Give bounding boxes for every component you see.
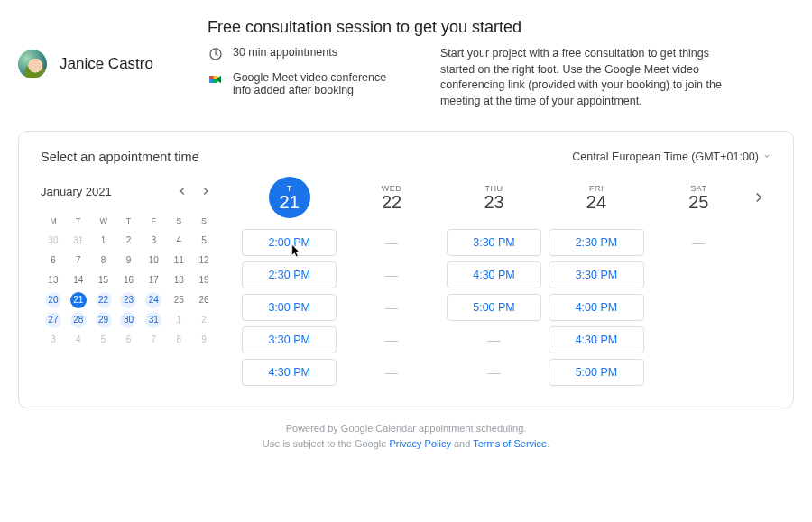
next-days-button[interactable]: [746, 177, 771, 218]
duration-row: 30 min appointments: [208, 46, 404, 62]
time-slot[interactable]: 4:00 PM: [549, 294, 643, 321]
owner-name: Janice Castro: [60, 55, 153, 73]
google-meet-icon: [208, 71, 224, 87]
calendar-day[interactable]: 28: [66, 310, 91, 330]
time-slot[interactable]: 5:00 PM: [447, 294, 541, 321]
meet-row: Google Meet video conference info added …: [208, 71, 404, 96]
calendar-day[interactable]: 23: [116, 290, 142, 310]
calendar-day[interactable]: 7: [66, 251, 91, 270]
calendar-day[interactable]: 27: [41, 310, 66, 330]
calendar-grid: 3031123456789101112131415161718192021222…: [41, 231, 217, 350]
time-slot[interactable]: 4:30 PM: [447, 261, 541, 288]
weekday-label: M: [41, 211, 66, 231]
weekday-label: T: [116, 211, 142, 231]
calendar-day[interactable]: 24: [141, 290, 166, 310]
calendar-day[interactable]: 16: [116, 270, 142, 290]
cursor-icon: [290, 243, 304, 258]
timezone-selector[interactable]: Central European Time (GMT+01:00): [572, 151, 771, 163]
calendar-day[interactable]: 19: [191, 270, 217, 290]
calendar-day[interactable]: 15: [91, 270, 116, 290]
calendar-day[interactable]: 4: [66, 330, 91, 350]
time-slot[interactable]: 3:30 PM: [242, 326, 337, 353]
day-header[interactable]: SAT25: [678, 177, 719, 218]
weekday-label: S: [166, 211, 191, 231]
time-slot[interactable]: 4:30 PM: [242, 359, 337, 386]
calendar-day[interactable]: 9: [191, 330, 217, 350]
day-column: FRI242:30 PM3:30 PM4:00 PM4:30 PM5:00 PM: [549, 177, 643, 386]
time-slot[interactable]: 3:30 PM: [447, 229, 541, 256]
calendar-day[interactable]: 13: [41, 270, 66, 290]
calendar-day[interactable]: 5: [191, 231, 217, 251]
day-header[interactable]: FRI24: [576, 177, 617, 218]
calendar-day[interactable]: 10: [141, 251, 166, 270]
day-number: 21: [280, 193, 300, 211]
time-slot[interactable]: 2:30 PM: [549, 229, 643, 256]
day-header[interactable]: T21: [269, 177, 310, 218]
calendar-day[interactable]: 7: [141, 330, 166, 350]
calendar-day[interactable]: 9: [116, 251, 142, 270]
page-header: Janice Castro Free consultation session …: [18, 18, 794, 109]
day-header[interactable]: WED22: [371, 177, 412, 218]
calendar-day[interactable]: 3: [41, 330, 66, 350]
no-slot: —: [447, 359, 541, 386]
calendar-day[interactable]: 1: [91, 231, 116, 251]
calendar-day[interactable]: 14: [66, 270, 91, 290]
calendar-day[interactable]: 25: [166, 290, 191, 310]
time-slot[interactable]: 2:30 PM: [242, 261, 337, 288]
day-number: 23: [484, 193, 503, 211]
calendar-day[interactable]: 6: [116, 330, 142, 350]
day-number: 22: [382, 193, 401, 211]
calendar-day[interactable]: 1: [166, 310, 191, 330]
calendar-day[interactable]: 30: [41, 231, 66, 251]
calendar-day[interactable]: 6: [41, 251, 66, 270]
clock-icon: [208, 46, 224, 62]
day-header[interactable]: THU23: [474, 177, 515, 218]
calendar-day[interactable]: 5: [91, 330, 116, 350]
session-description: Start your project with a free consultat…: [440, 46, 738, 109]
timezone-label: Central European Time (GMT+01:00): [572, 151, 759, 163]
calendar-day[interactable]: 4: [166, 231, 191, 251]
calendar-day[interactable]: 8: [91, 251, 116, 270]
calendar-day[interactable]: 11: [166, 251, 191, 270]
day-number: 24: [586, 193, 606, 211]
calendar-day[interactable]: 2: [116, 231, 142, 251]
calendar-day[interactable]: 26: [191, 290, 217, 310]
calendar-day[interactable]: 31: [66, 231, 91, 251]
calendar-day[interactable]: 18: [166, 270, 191, 290]
time-slot[interactable]: 3:00 PM: [242, 294, 337, 321]
day-column: T212:00 PM2:30 PM3:00 PM3:30 PM4:30 PM: [242, 177, 337, 386]
calendar-day[interactable]: 22: [91, 290, 116, 310]
calendar-day[interactable]: 8: [166, 330, 191, 350]
time-slot[interactable]: 2:00 PM: [242, 229, 337, 256]
weekday-header: MTWTFSS: [41, 211, 217, 231]
session-info: Free consultation session to get you sta…: [208, 18, 794, 109]
no-slot: —: [344, 294, 438, 321]
calendar-day[interactable]: 3: [141, 231, 166, 251]
tos-link[interactable]: Terms of Service: [473, 438, 547, 449]
calendar-day[interactable]: 20: [41, 290, 66, 310]
calendar-day[interactable]: 21: [66, 290, 91, 310]
no-slot: —: [344, 229, 438, 256]
calendar-day[interactable]: 17: [141, 270, 166, 290]
day-column: WED22—————: [344, 177, 438, 386]
session-title: Free consultation session to get you sta…: [208, 18, 794, 37]
calendar-day[interactable]: 12: [191, 251, 217, 270]
weekday-label: S: [191, 211, 217, 231]
meet-label: Google Meet video conference info added …: [233, 71, 404, 96]
calendar-day[interactable]: 30: [116, 310, 142, 330]
next-month-button[interactable]: [195, 180, 217, 202]
footer-line2-pre: Use is subject to the Google: [263, 438, 390, 449]
day-column: SAT25—: [651, 177, 746, 386]
time-slot[interactable]: 3:30 PM: [549, 261, 643, 288]
prev-month-button[interactable]: [171, 180, 193, 202]
no-slot: —: [344, 359, 438, 386]
month-label: January 2021: [41, 185, 112, 198]
time-slot[interactable]: 5:00 PM: [549, 359, 643, 386]
calendar-day[interactable]: 31: [141, 310, 166, 330]
footer: Powered by Google Calendar appointment s…: [18, 421, 794, 451]
privacy-link[interactable]: Privacy Policy: [389, 438, 450, 449]
calendar-day[interactable]: 29: [91, 310, 116, 330]
no-slot: —: [344, 261, 438, 288]
calendar-day[interactable]: 2: [191, 310, 217, 330]
time-slot[interactable]: 4:30 PM: [549, 326, 643, 353]
